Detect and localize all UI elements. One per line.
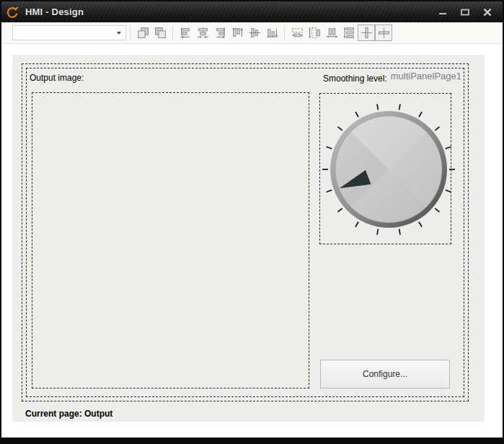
vertical-spacing-button[interactable]	[340, 25, 358, 42]
bring-to-front-button[interactable]	[134, 25, 151, 42]
align-bottoms-button[interactable]	[263, 25, 280, 42]
align-centers-button[interactable]	[194, 25, 211, 42]
vertical-spacing-icon	[343, 27, 355, 39]
smoothing-level-label[interactable]: Smoothing level:	[323, 74, 387, 84]
configure-button[interactable]: Configure...	[320, 360, 450, 388]
align-rights-button[interactable]	[211, 25, 229, 42]
same-height-button[interactable]	[306, 25, 323, 42]
same-width-icon	[291, 27, 304, 39]
knob-tick	[327, 190, 332, 192]
close-icon	[482, 7, 492, 17]
knob-tick	[435, 127, 439, 130]
send-to-back-button[interactable]	[151, 25, 169, 42]
knob-tick	[446, 190, 451, 192]
horizontal-spacing-icon	[326, 27, 338, 39]
knob-tick	[399, 229, 400, 235]
toolbar	[1, 22, 503, 44]
align-rights-icon	[214, 27, 226, 39]
knob-tick	[355, 222, 358, 227]
element-selector-combobox[interactable]	[12, 25, 126, 40]
same-width-button[interactable]	[288, 25, 306, 42]
toolbar-separator	[130, 26, 131, 40]
align-tops-icon	[231, 27, 244, 39]
minimize-button[interactable]	[435, 5, 451, 19]
align-lefts-icon	[180, 27, 192, 39]
knob-tick	[399, 104, 400, 110]
align-middles-button[interactable]	[246, 25, 263, 42]
align-lefts-button[interactable]	[177, 25, 194, 42]
toolbar-separator	[284, 26, 285, 40]
output-image-placeholder[interactable]	[32, 92, 309, 388]
knob-tick	[338, 127, 342, 130]
chevron-down-icon	[117, 32, 121, 37]
output-image-label[interactable]: Output image:	[30, 73, 84, 83]
same-height-icon	[309, 27, 321, 39]
align-bottoms-icon	[266, 27, 278, 39]
bring-to-front-icon	[137, 27, 149, 39]
center-horizontally-button[interactable]	[358, 25, 375, 41]
align-tops-button[interactable]	[229, 25, 246, 42]
knob-tick	[338, 208, 342, 212]
multipanel-page-border[interactable]: Output image: Smoothing level: multiPane…	[26, 68, 464, 397]
knob-tick	[446, 147, 451, 149]
align-centers-icon	[197, 27, 209, 39]
center-horizontally-icon	[361, 27, 373, 39]
knob-tick	[419, 222, 422, 227]
design-surface[interactable]: Output image: Smoothing level: multiPane…	[12, 55, 485, 422]
smoothing-knob[interactable]	[320, 94, 451, 244]
knob-tick	[327, 147, 332, 149]
knob-tick	[377, 229, 378, 235]
send-to-back-icon	[154, 27, 167, 39]
current-page-label[interactable]: Current page: Output	[25, 409, 112, 419]
hmi-design-window: HMI - Design	[0, 0, 504, 444]
knob-tick	[419, 112, 422, 117]
toolbar-separator	[172, 26, 173, 40]
maximize-icon	[460, 7, 470, 17]
center-vertically-icon	[378, 27, 390, 39]
app-logo-icon	[5, 5, 19, 19]
close-button[interactable]	[479, 5, 495, 19]
smoothing-knob-container[interactable]	[319, 93, 451, 244]
knob-tick	[355, 112, 358, 117]
window-title: HMI - Design	[25, 6, 84, 17]
knob-tick	[435, 208, 439, 212]
minimize-icon	[438, 7, 448, 17]
multipanel-page-name: multiPanelPage1	[391, 71, 461, 81]
window-controls	[435, 5, 495, 19]
knob-tick	[377, 104, 378, 110]
horizontal-spacing-button[interactable]	[323, 25, 340, 42]
align-middles-icon	[249, 27, 261, 39]
titlebar[interactable]: HMI - Design	[0, 0, 504, 24]
maximize-button[interactable]	[457, 5, 473, 19]
multipanel-selection-border[interactable]: Output image: Smoothing level: multiPane…	[22, 63, 469, 401]
center-vertically-button[interactable]	[375, 25, 392, 41]
